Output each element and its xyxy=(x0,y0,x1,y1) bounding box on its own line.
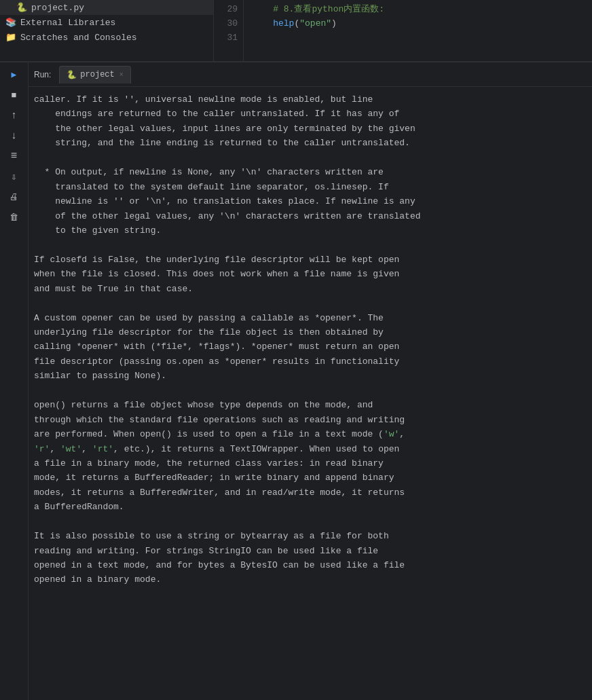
python-file-icon: 🐍 xyxy=(16,2,27,13)
file-external-libraries[interactable]: 📚 External Libraries xyxy=(0,15,213,30)
output-line-34: opened in a binary mode. xyxy=(34,572,584,587)
output-line-10: to the given string. xyxy=(34,223,584,238)
output-line-26: a file in a binary mode, the returned cl… xyxy=(34,456,584,471)
down-arrow-icon: ↓ xyxy=(11,131,17,141)
output-line-9: of the other legal values, any '\n' char… xyxy=(34,209,584,223)
print-icon: 🖨 xyxy=(10,192,18,202)
sidebar-icons-panel: ▶ ■ ↑ ↓ ≡ ⇩ 🖨 🗑 xyxy=(0,62,29,700)
output-line-17: underlying file descriptor for the file … xyxy=(34,325,584,339)
stop-button[interactable]: ■ xyxy=(2,86,26,105)
step-down-button[interactable]: ↓ xyxy=(2,126,26,145)
output-line-29: a BufferedRandom. xyxy=(34,500,584,514)
output-line-15 xyxy=(34,296,584,310)
output-line-28: modes, it returns a BufferedWriter, and … xyxy=(34,485,584,500)
file-project-py[interactable]: 🐍 project.py xyxy=(0,0,213,15)
run-button[interactable]: ▶ xyxy=(2,65,26,84)
run-tab-bar: Run: 🐍 project × xyxy=(29,62,592,87)
run-panel: Run: 🐍 project × caller. If it is '', un… xyxy=(29,62,592,700)
stop-icon: ■ xyxy=(12,90,17,100)
output-line-20: similar to passing None). xyxy=(34,369,584,383)
output-line-33: opened in a text mode, and for bytes a B… xyxy=(34,558,584,572)
output-line-25: 'r', 'wt', 'rt', etc.), it returns a Tex… xyxy=(34,442,584,456)
code-line-30: help("open") xyxy=(252,17,584,31)
output-line-16: A custom opener can be used by passing a… xyxy=(34,311,584,325)
output-area[interactable]: caller. If it is '', universal newline m… xyxy=(29,87,592,700)
tab-label: project xyxy=(80,70,114,79)
output-line-8: newline is '' or '\n', no translation ta… xyxy=(34,194,584,208)
file-scratches-consoles-label: Scratches and Consoles xyxy=(20,33,137,43)
output-line-5 xyxy=(34,151,584,165)
list-button[interactable]: ≡ xyxy=(2,147,26,166)
editor-panel: 29 30 31 # 8.查看python内置函数: help("open") xyxy=(214,0,592,61)
open-string: "open" xyxy=(299,18,331,29)
line-numbers: 29 30 31 xyxy=(214,0,244,61)
file-external-libraries-label: External Libraries xyxy=(20,18,115,28)
code-lines: # 8.查看python内置函数: help("open") xyxy=(244,0,592,61)
line-num-31: 31 xyxy=(219,31,238,45)
comment-text: # 8.查看python内置函数: xyxy=(273,4,384,14)
output-line-2: endings are returned to the caller untra… xyxy=(34,107,584,121)
project-run-tab[interactable]: 🐍 project × xyxy=(59,66,130,84)
tab-close-button[interactable]: × xyxy=(119,71,124,79)
external-libraries-icon: 📚 xyxy=(5,17,16,28)
file-scratches-consoles[interactable]: 📁 Scratches and Consoles xyxy=(0,30,213,45)
output-line-3: the other legal values, input lines are … xyxy=(34,122,584,136)
output-line-1: caller. If it is '', universal newline m… xyxy=(34,92,584,107)
output-line-23: through which the standard file operatio… xyxy=(34,413,584,427)
trash-icon: 🗑 xyxy=(10,213,18,223)
output-line-12: If closefd is False, the underlying file… xyxy=(34,253,584,267)
file-tree-panel: 🐍 project.py 📚 External Libraries 📁 Scra… xyxy=(0,0,214,61)
bottom-section: ▶ ■ ↑ ↓ ≡ ⇩ 🖨 🗑 Run: 🐍 project xyxy=(0,62,592,700)
step-up-button[interactable]: ↑ xyxy=(2,106,26,125)
list-icon: ≡ xyxy=(11,150,18,162)
scratches-consoles-icon: 📁 xyxy=(5,32,16,43)
line-num-30: 30 xyxy=(219,17,238,31)
code-editor[interactable]: 29 30 31 # 8.查看python内置函数: help("open") xyxy=(214,0,592,61)
up-arrow-icon: ↑ xyxy=(11,111,17,121)
output-line-6: * On output, if newline is None, any '\n… xyxy=(34,165,584,179)
output-line-4: string, and the line ending is returned … xyxy=(34,136,584,150)
help-function: help xyxy=(273,18,294,29)
output-line-32: reading and writing. For strings StringI… xyxy=(34,544,584,558)
output-line-13: when the file is closed. This does not w… xyxy=(34,267,584,281)
output-line-18: calling *opener* with (*file*, *flags*).… xyxy=(34,339,584,354)
output-line-14: and must be True in that case. xyxy=(34,282,584,296)
file-project-py-label: project.py xyxy=(31,3,84,13)
line-num-29: 29 xyxy=(219,3,238,17)
output-line-27: mode, it returns a BufferedReader; in wr… xyxy=(34,471,584,485)
output-line-30 xyxy=(34,515,584,529)
import-button[interactable]: ⇩ xyxy=(2,167,26,186)
print-button[interactable]: 🖨 xyxy=(2,187,26,206)
play-icon: ▶ xyxy=(12,69,17,80)
output-line-21 xyxy=(34,384,584,398)
output-line-11 xyxy=(34,238,584,252)
code-line-29: # 8.查看python内置函数: xyxy=(252,3,584,17)
output-line-7: translated to the system default line se… xyxy=(34,180,584,194)
code-line-31 xyxy=(252,31,584,45)
output-line-22: open() returns a file object whose type … xyxy=(34,398,584,412)
output-line-19: file descriptor (passing os.open as *ope… xyxy=(34,354,584,369)
tab-python-icon: 🐍 xyxy=(67,70,77,80)
import-icon: ⇩ xyxy=(11,171,16,183)
output-line-24: are performed. When open() is used to op… xyxy=(34,427,584,441)
top-section: 🐍 project.py 📚 External Libraries 📁 Scra… xyxy=(0,0,592,61)
run-label: Run: xyxy=(34,70,51,79)
clear-button[interactable]: 🗑 xyxy=(2,208,26,227)
output-line-31: It is also possible to use a string or b… xyxy=(34,529,584,543)
